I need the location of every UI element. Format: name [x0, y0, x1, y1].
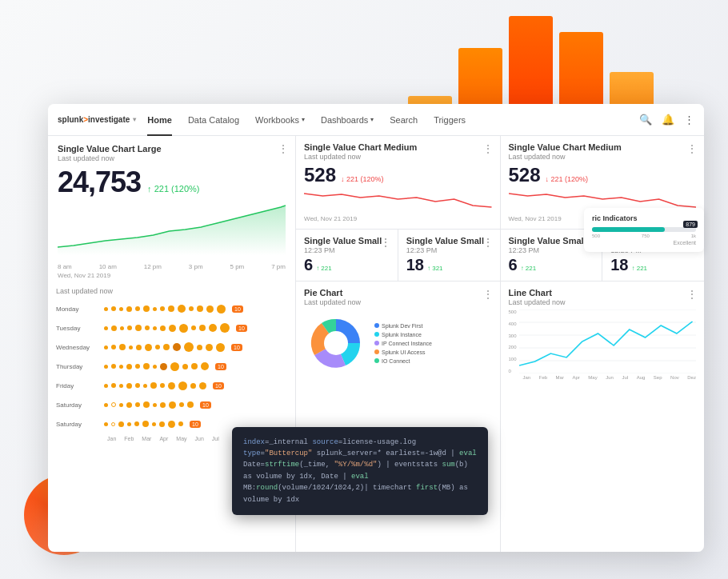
legend-item-0: Splunk Dev First [374, 323, 432, 329]
medium-card-2-subtitle: Last updated now [509, 153, 697, 161]
medium-card-1-menu[interactable]: ⋮ [482, 142, 494, 155]
small-card-2-value: 6 [509, 256, 518, 274]
metric-value-badge: 879 [683, 221, 698, 228]
small-card-2-subtitle: 12:23 PM [509, 246, 594, 254]
metric-excellent-label: Excellent [592, 240, 696, 246]
bubble-row-saturday1: Saturday 10 [56, 396, 287, 413]
big-chart-subtitle: Last updated now [58, 154, 286, 162]
pie-chart-menu[interactable]: ⋮ [482, 288, 494, 301]
nav-item-data-catalog[interactable]: Data Catalog [180, 104, 247, 136]
small-card-3-change: ↑ 221 [632, 265, 648, 272]
line-chart-menu[interactable]: ⋮ [686, 288, 698, 301]
more-icon[interactable]: ⋮ [684, 114, 694, 126]
code-overlay: index=_internal source=license-usage.log… [232, 427, 488, 515]
pie-chart-subtitle: Last updated now [304, 298, 492, 306]
small-card-2-change: ↑ 221 [521, 265, 537, 272]
y-labels: 500 400 300 200 100 0 [509, 309, 519, 373]
sparkline-container [48, 199, 295, 263]
line-chart-area: 500 400 300 200 100 0 [509, 309, 697, 373]
metric-indicators-panel: ric Indicators 879 500 750 1k Excellent [584, 208, 704, 252]
small-card-0-title: Single Value Small [304, 236, 390, 246]
dashboards-caret: ▾ [370, 116, 374, 123]
big-value-card: Single Value Chart Large Last updated no… [48, 136, 295, 199]
pie-container: Splunk Dev First Splunk Instance IP Conn… [304, 311, 492, 375]
medium-card-2-change: ↓ 221 (120%) [546, 175, 589, 183]
nav-item-dashboards[interactable]: Dashboards ▾ [313, 104, 382, 136]
navbar: splunk>investigate ▾ Home Data Catalog W… [48, 104, 704, 136]
medium-card-1-value: 528 [304, 164, 336, 186]
sparkline-svg [58, 199, 286, 255]
nav-logo: splunk>investigate ▾ [58, 115, 136, 124]
medium-card-2-value: 528 [509, 164, 541, 186]
nav-item-home[interactable]: Home [139, 104, 180, 136]
small-card-0-value: 6 [304, 256, 313, 274]
small-card-0-subtitle: 12:23 PM [304, 246, 390, 254]
small-card-0-change: ↑ 221 [316, 265, 332, 272]
small-card-1: Single Value Small 12:23 PM ⋮ 18 ↑ 321 [398, 230, 500, 281]
legend-item-4: IO Connect [374, 358, 432, 364]
metric-title: ric Indicators [592, 214, 696, 222]
big-chart-change: ↑ 221 (120%) [147, 184, 199, 194]
x-axis-labels: 8 am 10 am 12 pm 3 pm 5 pm 7 pm [48, 263, 295, 270]
search-icon[interactable]: 🔍 [639, 114, 652, 126]
bubble-row-friday: Friday 10 [56, 377, 287, 394]
pie-chart-svg [304, 311, 368, 375]
small-card-1-menu[interactable]: ⋮ [482, 236, 494, 249]
metric-bar-row: 879 500 750 1k Excellent [592, 227, 696, 246]
medium-card-2-title: Single Value Chart Medium [509, 142, 697, 152]
line-chart-svg [519, 309, 696, 373]
small-card-2-title: Single Value Small [509, 236, 594, 246]
svg-point-1 [324, 331, 348, 355]
bubble-row-tuesday: Tuesday [56, 319, 287, 337]
small-card-1-change: ↑ 321 [427, 265, 443, 272]
medium-card-2-menu[interactable]: ⋮ [686, 142, 698, 155]
medium-card-1-subtitle: Last updated now [304, 153, 492, 161]
small-card-0-menu[interactable]: ⋮ [380, 236, 391, 249]
medium-card-1-date: Wed, Nov 21 2019 [304, 215, 492, 222]
small-card-1-value: 18 [406, 256, 424, 274]
medium-sparkline-1 [304, 190, 492, 214]
nav-icons: 🔍 🔔 ⋮ [639, 114, 694, 126]
bubble-row-wednesday: Wednesday [56, 338, 287, 356]
small-card-1-subtitle: 12:23 PM [406, 246, 492, 254]
big-chart-date: Wed, Nov 21 2019 [48, 270, 295, 281]
small-card-0: Single Value Small 12:23 PM ⋮ 6 ↑ 221 [296, 230, 398, 281]
legend-item-1: Splunk Instance [374, 332, 432, 337]
nav-item-workbooks[interactable]: Workbooks ▾ [247, 104, 313, 136]
bubble-row-thursday: Thursday 10 [56, 357, 287, 375]
nav-item-search[interactable]: Search [382, 104, 426, 136]
medium-card-1: Single Value Chart Medium Last updated n… [296, 136, 500, 229]
x-month-labels: Jan Feb Mar Apr May Jun Jul Aug Sep Nov … [509, 375, 697, 380]
small-card-3-value: 18 [610, 256, 628, 274]
bubble-row-monday: Monday [56, 300, 287, 317]
big-chart-menu[interactable]: ⋮ [278, 142, 289, 155]
bubble-panel-title: Last updated now [56, 287, 287, 295]
bell-icon[interactable]: 🔔 [662, 114, 674, 126]
metric-bar-fill [592, 227, 665, 232]
big-chart-title: Single Value Chart Large [58, 144, 286, 154]
metric-scale: 500 750 1k [592, 234, 696, 238]
small-card-1-title: Single Value Small [406, 236, 492, 246]
metric-bar-bg: 879 [592, 227, 696, 232]
line-chart-title: Line Chart [509, 288, 697, 297]
line-chart-subtitle: Last updated now [509, 298, 697, 306]
medium-card-1-change: ↓ 221 (120%) [341, 175, 384, 183]
pie-chart-title: Pie Chart [304, 288, 492, 297]
big-chart-value: 24,753 [58, 166, 141, 199]
workbooks-caret: ▾ [302, 116, 305, 123]
pie-legend: Splunk Dev First Splunk Instance IP Conn… [374, 311, 432, 375]
legend-item-2: IP Connect Instance [374, 341, 432, 346]
nav-item-triggers[interactable]: Triggers [426, 104, 474, 136]
line-chart-card: Line Chart Last updated now ⋮ 500 400 30… [501, 282, 705, 552]
line-chart-container: 500 400 300 200 100 0 [509, 309, 697, 380]
legend-item-3: Splunk UI Access [374, 349, 432, 355]
nav-logo-text: splunk>investigate [58, 115, 130, 124]
medium-card-1-title: Single Value Chart Medium [304, 142, 492, 152]
